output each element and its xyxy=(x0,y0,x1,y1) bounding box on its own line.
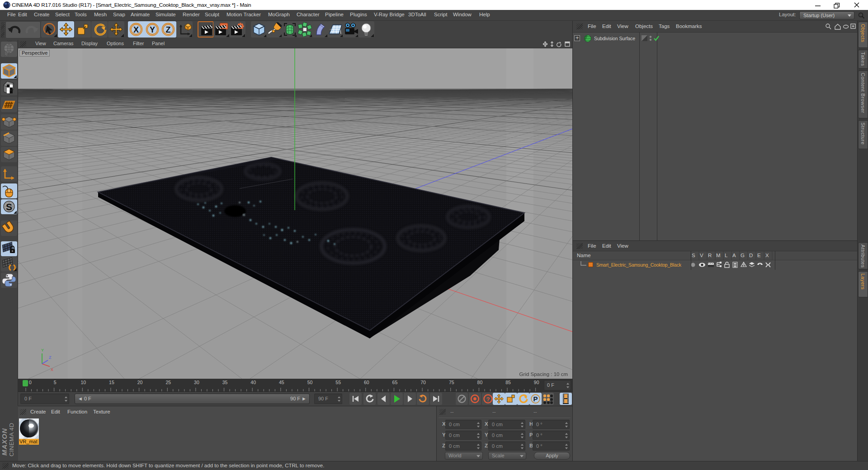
svg-text:Z: Z xyxy=(49,355,52,360)
svg-text:X: X xyxy=(133,25,139,34)
svg-text:Z: Z xyxy=(166,25,171,34)
svg-text:Grid Spacing : 10 cm: Grid Spacing : 10 cm xyxy=(519,371,568,377)
svg-text:X: X xyxy=(51,367,53,372)
svg-text:S: S xyxy=(6,202,12,212)
svg-text:?: ? xyxy=(486,396,490,403)
svg-text:P: P xyxy=(533,395,538,403)
svg-text:Y: Y xyxy=(41,348,44,352)
svg-text:Y: Y xyxy=(150,25,155,34)
